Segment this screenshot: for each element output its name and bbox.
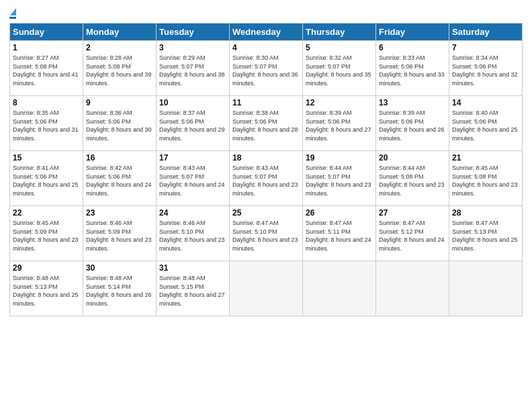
calendar-cell [303, 261, 376, 316]
calendar-cell: 18 Sunrise: 8:43 AMSunset: 5:07 PMDaylig… [230, 151, 303, 206]
weekday-header-row: SundayMondayTuesdayWednesdayThursdayFrid… [10, 24, 523, 41]
cell-info: Sunrise: 8:43 AMSunset: 5:07 PMDaylight:… [232, 165, 298, 197]
day-number: 4 [232, 43, 300, 52]
cell-info: Sunrise: 8:47 AMSunset: 5:13 PMDaylight:… [452, 220, 518, 252]
cell-info: Sunrise: 8:39 AMSunset: 5:06 PMDaylight:… [306, 109, 371, 142]
day-number: 6 [379, 43, 446, 52]
page-container: SundayMondayTuesdayWednesdayThursdayFrid… [0, 0, 532, 322]
cell-info: Sunrise: 8:35 AMSunset: 5:06 PMDaylight:… [13, 109, 79, 142]
cell-info: Sunrise: 8:41 AMSunset: 5:06 PMDaylight:… [13, 165, 79, 197]
calendar-cell: 1 Sunrise: 8:27 AMSunset: 5:08 PMDayligh… [10, 41, 83, 96]
day-number: 13 [379, 98, 446, 107]
day-number: 3 [159, 43, 226, 52]
calendar-cell: 29 Sunrise: 8:48 AMSunset: 5:13 PMDaylig… [10, 261, 83, 316]
weekday-header-saturday: Saturday [449, 24, 523, 41]
day-number: 10 [159, 98, 226, 107]
cell-info: Sunrise: 8:27 AMSunset: 5:08 PMDaylight:… [13, 54, 79, 87]
calendar-cell: 26 Sunrise: 8:47 AMSunset: 5:11 PMDaylig… [303, 206, 376, 261]
cell-info: Sunrise: 8:47 AMSunset: 5:12 PMDaylight:… [379, 220, 445, 252]
weekday-header-wednesday: Wednesday [230, 24, 303, 41]
day-number: 26 [306, 208, 373, 218]
calendar-cell: 13 Sunrise: 8:39 AMSunset: 5:06 PMDaylig… [376, 96, 449, 151]
week-row-4: 29 Sunrise: 8:48 AMSunset: 5:13 PMDaylig… [10, 261, 523, 316]
calendar-cell: 9 Sunrise: 8:36 AMSunset: 5:06 PMDayligh… [83, 96, 157, 151]
day-number: 11 [232, 98, 300, 107]
calendar-cell: 5 Sunrise: 8:32 AMSunset: 5:07 PMDayligh… [303, 41, 376, 96]
calendar-table: SundayMondayTuesdayWednesdayThursdayFrid… [9, 23, 523, 316]
weekday-header-thursday: Thursday [303, 24, 376, 41]
cell-info: Sunrise: 8:47 AMSunset: 5:10 PMDaylight:… [232, 220, 298, 252]
calendar-cell: 25 Sunrise: 8:47 AMSunset: 5:10 PMDaylig… [230, 206, 303, 261]
calendar-cell: 22 Sunrise: 8:45 AMSunset: 5:09 PMDaylig… [10, 206, 83, 261]
logo-divider [9, 17, 16, 19]
cell-info: Sunrise: 8:47 AMSunset: 5:11 PMDaylight:… [306, 220, 371, 252]
calendar-cell: 19 Sunrise: 8:44 AMSunset: 5:07 PMDaylig… [303, 151, 376, 206]
cell-info: Sunrise: 8:46 AMSunset: 5:09 PMDaylight:… [86, 220, 152, 252]
calendar-cell: 31 Sunrise: 8:48 AMSunset: 5:15 PMDaylig… [157, 261, 230, 316]
calendar-cell: 2 Sunrise: 8:28 AMSunset: 5:08 PMDayligh… [83, 41, 157, 96]
cell-info: Sunrise: 8:28 AMSunset: 5:08 PMDaylight:… [86, 54, 152, 87]
day-number: 2 [86, 43, 153, 52]
day-number: 21 [452, 153, 519, 163]
day-number: 9 [86, 98, 153, 107]
calendar-cell: 8 Sunrise: 8:35 AMSunset: 5:06 PMDayligh… [10, 96, 83, 151]
cell-info: Sunrise: 8:48 AMSunset: 5:14 PMDaylight:… [86, 275, 152, 307]
weekday-header-tuesday: Tuesday [157, 24, 230, 41]
cell-info: Sunrise: 8:46 AMSunset: 5:10 PMDaylight:… [159, 220, 225, 252]
logo [9, 8, 16, 17]
calendar-cell: 15 Sunrise: 8:41 AMSunset: 5:06 PMDaylig… [10, 151, 83, 206]
day-number: 14 [452, 98, 519, 107]
calendar-cell: 10 Sunrise: 8:37 AMSunset: 5:06 PMDaylig… [157, 96, 230, 151]
weekday-header-sunday: Sunday [10, 24, 83, 41]
calendar-cell: 28 Sunrise: 8:47 AMSunset: 5:13 PMDaylig… [449, 206, 523, 261]
logo-arrow-icon [10, 8, 16, 15]
week-row-0: 1 Sunrise: 8:27 AMSunset: 5:08 PMDayligh… [10, 41, 523, 96]
calendar-cell [230, 261, 303, 316]
header [9, 8, 523, 17]
cell-info: Sunrise: 8:43 AMSunset: 5:07 PMDaylight:… [159, 165, 225, 197]
calendar-cell [376, 261, 449, 316]
cell-info: Sunrise: 8:40 AMSunset: 5:06 PMDaylight:… [452, 109, 518, 142]
week-row-2: 15 Sunrise: 8:41 AMSunset: 5:06 PMDaylig… [10, 151, 523, 206]
day-number: 5 [306, 43, 373, 52]
cell-info: Sunrise: 8:48 AMSunset: 5:15 PMDaylight:… [159, 275, 225, 307]
day-number: 24 [159, 208, 226, 218]
cell-info: Sunrise: 8:48 AMSunset: 5:13 PMDaylight:… [13, 275, 79, 307]
calendar-cell: 14 Sunrise: 8:40 AMSunset: 5:06 PMDaylig… [449, 96, 523, 151]
cell-info: Sunrise: 8:44 AMSunset: 5:08 PMDaylight:… [379, 165, 445, 197]
calendar-cell: 16 Sunrise: 8:42 AMSunset: 5:06 PMDaylig… [83, 151, 157, 206]
calendar-cell: 21 Sunrise: 8:45 AMSunset: 5:08 PMDaylig… [449, 151, 523, 206]
day-number: 18 [232, 153, 300, 163]
calendar-cell: 3 Sunrise: 8:29 AMSunset: 5:07 PMDayligh… [157, 41, 230, 96]
cell-info: Sunrise: 8:45 AMSunset: 5:08 PMDaylight:… [452, 165, 518, 197]
day-number: 7 [452, 43, 519, 52]
cell-info: Sunrise: 8:36 AMSunset: 5:06 PMDaylight:… [86, 109, 152, 142]
calendar-cell: 24 Sunrise: 8:46 AMSunset: 5:10 PMDaylig… [157, 206, 230, 261]
day-number: 17 [159, 153, 226, 163]
calendar-cell: 12 Sunrise: 8:39 AMSunset: 5:06 PMDaylig… [303, 96, 376, 151]
cell-info: Sunrise: 8:29 AMSunset: 5:07 PMDaylight:… [159, 54, 225, 87]
calendar-cell [449, 261, 523, 316]
day-number: 29 [13, 263, 80, 273]
calendar-cell: 23 Sunrise: 8:46 AMSunset: 5:09 PMDaylig… [83, 206, 157, 261]
cell-info: Sunrise: 8:30 AMSunset: 5:07 PMDaylight:… [232, 54, 298, 87]
day-number: 8 [13, 98, 80, 107]
cell-info: Sunrise: 8:33 AMSunset: 5:06 PMDaylight:… [379, 54, 445, 87]
calendar-cell: 4 Sunrise: 8:30 AMSunset: 5:07 PMDayligh… [230, 41, 303, 96]
weekday-header-friday: Friday [376, 24, 449, 41]
cell-info: Sunrise: 8:45 AMSunset: 5:09 PMDaylight:… [13, 220, 79, 252]
calendar-cell: 7 Sunrise: 8:34 AMSunset: 5:06 PMDayligh… [449, 41, 523, 96]
calendar-cell: 11 Sunrise: 8:38 AMSunset: 5:06 PMDaylig… [230, 96, 303, 151]
calendar-cell: 20 Sunrise: 8:44 AMSunset: 5:08 PMDaylig… [376, 151, 449, 206]
day-number: 16 [86, 153, 153, 163]
logo-line [9, 8, 16, 17]
week-row-3: 22 Sunrise: 8:45 AMSunset: 5:09 PMDaylig… [10, 206, 523, 261]
day-number: 19 [306, 153, 373, 163]
day-number: 30 [86, 263, 153, 273]
cell-info: Sunrise: 8:32 AMSunset: 5:07 PMDaylight:… [306, 54, 371, 87]
cell-info: Sunrise: 8:42 AMSunset: 5:06 PMDaylight:… [86, 165, 152, 197]
week-row-1: 8 Sunrise: 8:35 AMSunset: 5:06 PMDayligh… [10, 96, 523, 151]
day-number: 28 [452, 208, 519, 218]
cell-info: Sunrise: 8:38 AMSunset: 5:06 PMDaylight:… [232, 109, 298, 142]
cell-info: Sunrise: 8:44 AMSunset: 5:07 PMDaylight:… [306, 165, 371, 197]
